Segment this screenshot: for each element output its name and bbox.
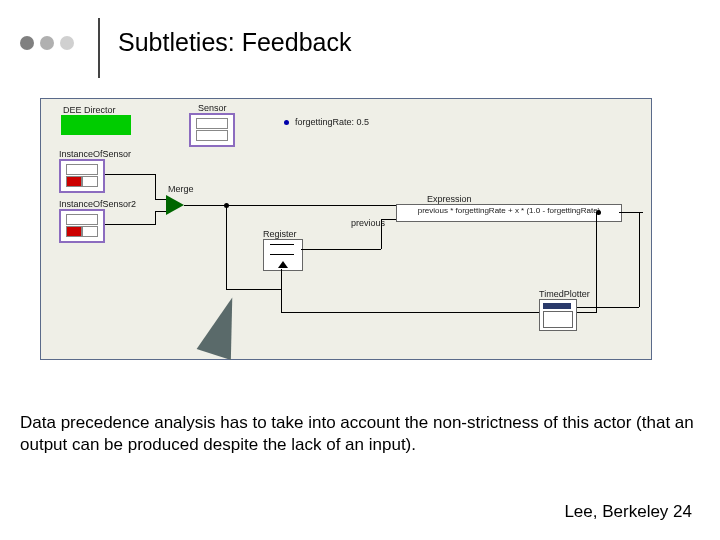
expression-label: Expression — [427, 194, 472, 204]
slide: Subtleties: Feedback DEE Director Sensor… — [0, 0, 720, 540]
expression-block: previous * forgettingRate + x * (1.0 - f… — [396, 204, 622, 222]
instance2-block — [59, 209, 105, 243]
merge-label: Merge — [168, 184, 194, 194]
plotter-label: TimedPlotter — [539, 289, 590, 299]
director-label: DEE Director — [63, 105, 116, 115]
plotter-block — [539, 299, 577, 331]
footer-text: Lee, Berkeley 24 — [564, 502, 692, 522]
caption-text: Data precedence analysis has to take int… — [20, 412, 700, 456]
instance1-block — [59, 159, 105, 193]
bullet-dot — [60, 36, 74, 50]
instance1-label: InstanceOfSensor — [59, 149, 131, 159]
block-diagram: DEE Director Sensor forgettingRate: 0.5 … — [40, 98, 652, 360]
previous-label: previous — [351, 218, 385, 228]
bullet-dot — [40, 36, 54, 50]
sensor-label: Sensor — [198, 103, 227, 113]
register-block — [263, 239, 303, 271]
register-label: Register — [263, 229, 297, 239]
header-bullets — [20, 36, 74, 50]
director-block — [61, 115, 131, 135]
sensor-block — [189, 113, 235, 147]
merge-block — [166, 195, 184, 215]
bullet-dot — [20, 36, 34, 50]
page-title: Subtleties: Feedback — [118, 28, 351, 57]
param-dot-icon — [284, 120, 289, 125]
header-divider — [98, 18, 100, 78]
forgetting-rate-label: forgettingRate: 0.5 — [295, 117, 369, 127]
instance2-label: InstanceOfSensor2 — [59, 199, 136, 209]
